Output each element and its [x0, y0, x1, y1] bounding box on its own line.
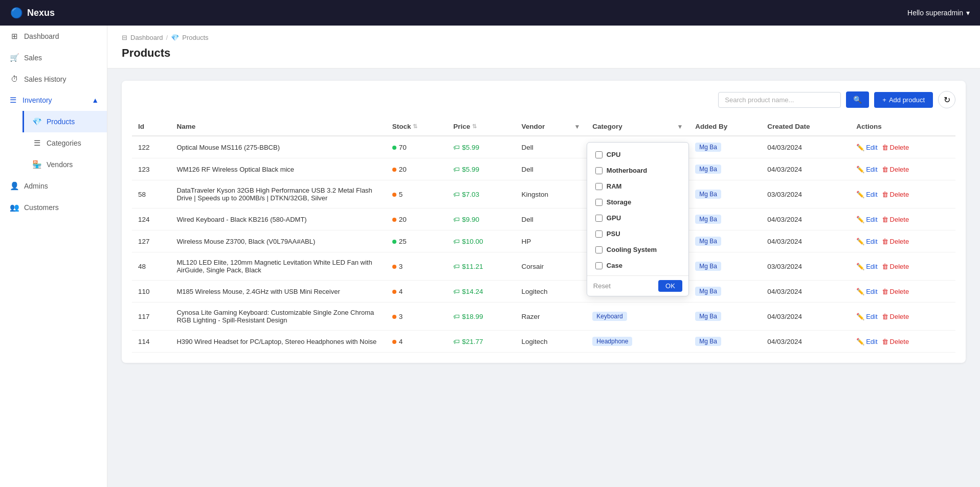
col-category[interactable]: Category ▼ CPU Motherboard — [586, 118, 689, 136]
table-row: 124 Wired Keyboard - Black KB216 (580-AD… — [132, 208, 955, 230]
col-created-date: Created Date — [761, 118, 850, 136]
cell-created-date: 03/03/2024 — [761, 252, 850, 281]
price-tag-icon: 🏷 — [453, 288, 460, 295]
cell-added-by: Mg Ba — [689, 136, 761, 158]
dropdown-item-motherboard[interactable]: Motherboard — [587, 163, 688, 178]
dashboard-icon: ⊞ — [10, 32, 19, 41]
cell-vendor: HP — [516, 230, 587, 252]
edit-button[interactable]: ✏️ Edit — [856, 238, 877, 245]
dropdown-item-storage[interactable]: Storage — [587, 194, 688, 210]
col-name: Name — [170, 118, 386, 136]
delete-button[interactable]: 🗑 Delete — [882, 263, 909, 270]
dropdown-item-cpu[interactable]: CPU — [587, 147, 688, 163]
dropdown-item-cooling[interactable]: Cooling System — [587, 242, 688, 258]
edit-button[interactable]: ✏️ Edit — [856, 216, 877, 223]
checkbox-motherboard[interactable] — [595, 167, 603, 174]
sidebar-item-admins[interactable]: 👤 Admins — [0, 175, 107, 197]
cell-stock: 3 — [386, 303, 448, 331]
delete-button[interactable]: 🗑 Delete — [882, 338, 909, 345]
cell-stock: 20 — [386, 158, 448, 180]
delete-button[interactable]: 🗑 Delete — [882, 216, 909, 223]
dropdown-footer: Reset OK — [587, 275, 688, 296]
sidebar-sub-inventory: 💎 Products ☰ Categories 🏪 Vendors — [0, 111, 107, 175]
dropdown-item-case[interactable]: Case — [587, 258, 688, 273]
delete-button[interactable]: 🗑 Delete — [882, 288, 909, 295]
sidebar-item-sales[interactable]: 🛒 Sales — [0, 47, 107, 68]
refresh-button[interactable]: ↻ — [938, 91, 955, 108]
cell-created-date: 04/03/2024 — [761, 303, 850, 331]
checkbox-case[interactable] — [595, 262, 603, 269]
delete-button[interactable]: 🗑 Delete — [882, 144, 909, 151]
dropdown-item-ram[interactable]: RAM — [587, 178, 688, 194]
checkbox-ram[interactable] — [595, 183, 603, 190]
edit-button[interactable]: ✏️ Edit — [856, 166, 877, 173]
col-stock[interactable]: Stock ⇅ — [386, 118, 448, 136]
cell-id: 127 — [132, 230, 170, 252]
edit-button[interactable]: ✏️ Edit — [856, 288, 877, 295]
price-tag-icon: 🏷 — [453, 263, 460, 270]
dropdown-item-gpu[interactable]: GPU — [587, 210, 688, 226]
toolbar: 🔍 + Add product ↻ — [132, 91, 955, 108]
table-row: 127 Wireless Mouse Z3700, Black (V0L79AA… — [132, 230, 955, 252]
cell-stock: 25 — [386, 230, 448, 252]
col-price[interactable]: Price ⇅ — [447, 118, 515, 136]
cell-price: 🏷 $21.77 — [447, 331, 515, 353]
search-button[interactable]: 🔍 — [846, 91, 869, 108]
edit-button[interactable]: ✏️ Edit — [856, 338, 877, 345]
cell-stock: 4 — [386, 281, 448, 303]
user-menu[interactable]: Hello superadmin ▾ — [907, 9, 970, 17]
dropdown-reset-button[interactable]: Reset — [593, 282, 611, 290]
checkbox-storage[interactable] — [595, 199, 603, 206]
edit-button[interactable]: ✏️ Edit — [856, 144, 877, 151]
checkbox-cpu[interactable] — [595, 151, 603, 158]
cell-price: 🏷 $5.99 — [447, 158, 515, 180]
cell-price: 🏷 $9.90 — [447, 208, 515, 230]
delete-button[interactable]: 🗑 Delete — [882, 238, 909, 245]
sidebar-item-categories[interactable]: ☰ Categories — [23, 132, 107, 154]
sidebar-item-products[interactable]: 💎 Products — [23, 111, 107, 132]
sidebar-item-customers[interactable]: 👥 Customers — [0, 197, 107, 218]
price-tag-icon: 🏷 — [453, 313, 460, 320]
edit-button[interactable]: ✏️ Edit — [856, 191, 877, 198]
inventory-icon: ☰ — [8, 96, 17, 105]
cell-name: DataTraveler Kyson 32GB High Performance… — [170, 180, 386, 208]
delete-button[interactable]: 🗑 Delete — [882, 166, 909, 173]
delete-button[interactable]: 🗑 Delete — [882, 313, 909, 320]
sidebar-item-dashboard[interactable]: ⊞ Dashboard — [0, 26, 107, 47]
checkbox-psu[interactable] — [595, 230, 603, 238]
col-vendor[interactable]: Vendor ▼ — [516, 118, 587, 136]
edit-button[interactable]: ✏️ Edit — [856, 263, 877, 270]
add-product-button[interactable]: + Add product — [874, 92, 933, 108]
sidebar: ⊞ Dashboard 🛒 Sales ⏱ Sales History ☰ In… — [0, 26, 107, 487]
chevron-down-icon: ▾ — [966, 9, 970, 17]
cell-price: 🏷 $10.00 — [447, 230, 515, 252]
cell-created-date: 04/03/2024 — [761, 281, 850, 303]
admins-icon: 👤 — [10, 181, 19, 191]
customers-icon: 👥 — [10, 203, 19, 212]
add-icon: + — [882, 96, 886, 104]
search-input[interactable] — [718, 92, 841, 108]
cell-stock: 3 — [386, 252, 448, 281]
cell-created-date: 04/03/2024 — [761, 331, 850, 353]
sidebar-item-vendors[interactable]: 🏪 Vendors — [23, 154, 107, 175]
breadcrumb-icon-products: 💎 — [171, 34, 179, 41]
cell-name: Optical Mouse MS116 (275-BBCB) — [170, 136, 386, 158]
delete-button[interactable]: 🗑 Delete — [882, 191, 909, 198]
dropdown-item-psu[interactable]: PSU — [587, 226, 688, 242]
page-title: Products — [122, 47, 966, 60]
breadcrumb-icon: ⊟ — [122, 34, 127, 41]
checkbox-gpu[interactable] — [595, 215, 603, 222]
cell-vendor: Dell — [516, 158, 587, 180]
cell-price: 🏷 $5.99 — [447, 136, 515, 158]
edit-button[interactable]: ✏️ Edit — [856, 313, 877, 320]
sidebar-item-sales-history[interactable]: ⏱ Sales History — [0, 68, 107, 89]
cell-id: 110 — [132, 281, 170, 303]
dropdown-ok-button[interactable]: OK — [658, 280, 682, 292]
cell-vendor: Kingston — [516, 180, 587, 208]
trash-icon: 🗑 — [882, 191, 888, 198]
sidebar-item-label: Sales — [24, 54, 42, 62]
sidebar-section-inventory[interactable]: ☰ Inventory ▲ — [0, 89, 107, 111]
cell-vendor: Dell — [516, 208, 587, 230]
products-icon: 💎 — [32, 117, 41, 126]
checkbox-cooling[interactable] — [595, 246, 603, 253]
